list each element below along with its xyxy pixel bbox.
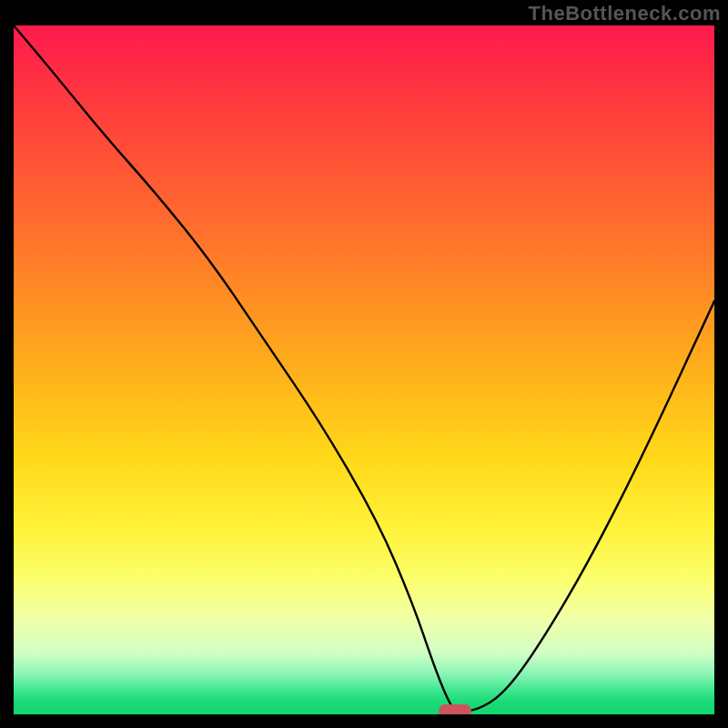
bottleneck-curve <box>14 25 714 714</box>
watermark-text: TheBottleneck.com <box>529 2 721 25</box>
plot-area <box>14 25 714 714</box>
optimal-marker <box>439 704 471 714</box>
chart-frame: TheBottleneck.com <box>0 0 728 728</box>
